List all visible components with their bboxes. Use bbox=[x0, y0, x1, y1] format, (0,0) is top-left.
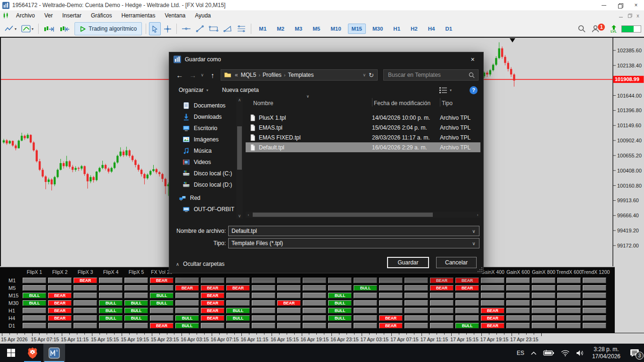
sidebar-item-imagenes[interactable]: Imágenes bbox=[172, 134, 236, 145]
menu-graficos[interactable]: Gráficos bbox=[86, 10, 117, 21]
view-mode-button[interactable]: ▾ bbox=[439, 85, 452, 95]
sidebar-item-out-of-orbit[interactable]: OUT-OF-ORBIT bbox=[172, 204, 236, 215]
breadcrumb-profiles[interactable]: Profiles bbox=[263, 72, 281, 78]
account-button[interactable]: 1 bbox=[589, 22, 602, 35]
hidden-icons-button[interactable] bbox=[531, 351, 537, 355]
resize-grip[interactable] bbox=[477, 266, 482, 272]
scroll-down-icon[interactable]: ∨ bbox=[236, 213, 243, 219]
channel-tool-button[interactable] bbox=[207, 22, 220, 35]
file-row-plusx-1-tpl[interactable]: PlusX 1.tpl14/04/2026 10:00 p. m.Archivo… bbox=[246, 113, 480, 123]
cursor-tool-button[interactable] bbox=[149, 22, 161, 35]
indicators-button[interactable]: ▾ bbox=[19, 22, 35, 35]
organize-button[interactable]: Organizar ▾ bbox=[179, 85, 208, 95]
chart-type-button[interactable]: ▾ bbox=[2, 22, 18, 35]
lvl-button[interactable]: LVL bbox=[611, 25, 617, 33]
fibo-tool-button[interactable] bbox=[235, 22, 248, 35]
scroll-left-icon[interactable]: ‹ bbox=[246, 212, 251, 218]
scrollbar-thumb[interactable] bbox=[253, 213, 433, 217]
sidebar-scrollbar[interactable]: ∧ ∨ bbox=[236, 97, 243, 219]
wifi-button[interactable] bbox=[561, 350, 570, 356]
refresh-button[interactable]: ↻ bbox=[369, 72, 377, 79]
recent-locations-button[interactable]: ∨ bbox=[198, 69, 206, 81]
menu-ayuda[interactable]: Ayuda bbox=[190, 10, 215, 21]
sidebar-item-videos[interactable]: Videos bbox=[172, 156, 236, 168]
column-header-nombre[interactable]: Nombre bbox=[253, 100, 273, 107]
timeframe-h1[interactable]: H1 bbox=[389, 24, 404, 34]
action-center-button[interactable]: 3 bbox=[628, 348, 641, 358]
child-close-button[interactable]: x bbox=[634, 13, 642, 18]
taskbar-clock[interactable]: 3:28 p. m. 17/04/2026 bbox=[592, 346, 620, 360]
timeframe-h2[interactable]: H2 bbox=[407, 24, 421, 34]
timeframe-d1[interactable]: D1 bbox=[441, 24, 456, 34]
scrollbar-thumb[interactable] bbox=[237, 126, 242, 170]
volume-button[interactable] bbox=[576, 350, 584, 356]
address-dropdown-button[interactable]: ∨ bbox=[360, 73, 369, 77]
timeframe-h4[interactable]: H4 bbox=[424, 24, 439, 34]
hline-tool-button[interactable] bbox=[180, 22, 193, 35]
timeframe-m15[interactable]: M15 bbox=[348, 24, 366, 34]
language-indicator[interactable]: ES bbox=[517, 350, 524, 356]
menu-herramientas[interactable]: Herramientas bbox=[116, 10, 160, 21]
scroll-up-icon[interactable]: ∧ bbox=[236, 97, 243, 103]
filetype-combo[interactable]: Template Files (*.tpl) ∨ bbox=[228, 238, 479, 248]
menu-archivo[interactable]: Archivo bbox=[11, 10, 40, 21]
breadcrumb-mql5[interactable]: MQL5 bbox=[241, 72, 256, 78]
file-row-emas-fixed-tpl[interactable]: EMAS FIXED.tpl28/03/2026 11:17 a. m.Arch… bbox=[246, 132, 480, 142]
chart-shift-end-button[interactable] bbox=[41, 22, 57, 35]
new-folder-button[interactable]: Nueva carpeta bbox=[222, 85, 259, 95]
menu-ver[interactable]: Ver bbox=[40, 10, 58, 21]
sidebar-item-documentos[interactable]: Documentos bbox=[172, 100, 236, 111]
minimize-button[interactable] bbox=[596, 0, 612, 10]
sidebar-item-red[interactable]: Red bbox=[172, 192, 236, 204]
taskbar-brave-button[interactable] bbox=[22, 344, 43, 362]
back-button[interactable]: ← bbox=[174, 69, 185, 81]
file-row-default-tpl[interactable]: Default.tpl16/04/2026 2:29 a. m.Archivo … bbox=[246, 142, 480, 152]
trendline-tool-button[interactable] bbox=[194, 22, 206, 35]
algo-trading-button[interactable]: Trading algorítmico bbox=[74, 22, 142, 35]
cancel-button[interactable]: Cancelar bbox=[436, 257, 477, 268]
timeframe-m5[interactable]: M5 bbox=[309, 24, 324, 34]
battery-button[interactable] bbox=[543, 350, 554, 356]
sidebar-item-disco-local-d[interactable]: Disco local (D:) bbox=[172, 179, 236, 190]
up-button[interactable]: ↑ bbox=[207, 69, 218, 81]
sidebar-item-escritorio[interactable]: Escritorio bbox=[172, 123, 236, 134]
sidebar-item-downloads[interactable]: Downloads bbox=[172, 111, 236, 123]
column-header-tipo[interactable]: Tipo bbox=[442, 100, 453, 107]
column-divider[interactable] bbox=[440, 98, 440, 107]
time-axis[interactable]: 15 Apr 202615 Apr 07:1515 Apr 11:1515 Ap… bbox=[0, 333, 644, 344]
taskbar-mt5-button[interactable]: 5 bbox=[43, 344, 65, 362]
timeframe-m30[interactable]: M30 bbox=[369, 24, 387, 34]
column-header-fecha-de-modificacion[interactable]: Fecha de modificación bbox=[374, 100, 430, 107]
crosshair-tool-button[interactable] bbox=[162, 22, 173, 35]
menu-insertar[interactable]: Insertar bbox=[58, 10, 86, 21]
timeframe-m3[interactable]: M3 bbox=[291, 24, 306, 34]
sidebar-item-musica[interactable]: Música bbox=[172, 145, 236, 156]
help-button[interactable]: ? bbox=[470, 85, 478, 95]
triangle-tool-button[interactable] bbox=[221, 22, 234, 35]
timeframe-m1[interactable]: M1 bbox=[255, 24, 270, 34]
save-button[interactable]: Guardar bbox=[387, 257, 429, 268]
timeframe-m10[interactable]: M10 bbox=[327, 24, 345, 34]
dialog-close-button[interactable]: × bbox=[462, 52, 483, 66]
search-button[interactable] bbox=[576, 22, 588, 35]
file-row-emas-tpl[interactable]: EMAS.tpl15/04/2026 2:04 p. m.Archivo TPL bbox=[246, 123, 480, 132]
chart-shift-back-button[interactable] bbox=[58, 22, 73, 35]
sidebar-item-disco-local-c[interactable]: Disco local (C:) bbox=[172, 168, 236, 179]
breadcrumb-templates[interactable]: Templates bbox=[288, 72, 314, 78]
child-minimize-button[interactable] bbox=[617, 13, 625, 18]
restore-button[interactable] bbox=[612, 0, 628, 10]
filename-combo[interactable]: Default.tpl ∨ bbox=[228, 226, 479, 236]
start-button[interactable] bbox=[0, 344, 22, 362]
hide-folders-button[interactable]: ∧ Ocultar carpetas bbox=[176, 261, 224, 267]
forward-button[interactable]: → bbox=[187, 69, 198, 81]
child-restore-button[interactable] bbox=[625, 13, 634, 18]
search-input[interactable] bbox=[387, 71, 464, 79]
address-bar[interactable]: « MQL5›Profiles›Templates ∨ ↻ bbox=[221, 69, 378, 81]
close-button[interactable]: × bbox=[628, 0, 644, 10]
list-scrollbar[interactable]: ‹ › bbox=[246, 212, 480, 218]
menu-ventana[interactable]: Ventana bbox=[160, 10, 190, 21]
column-divider[interactable] bbox=[372, 98, 372, 107]
timeframe-m2[interactable]: M2 bbox=[273, 24, 288, 34]
search-box[interactable] bbox=[383, 69, 479, 81]
scroll-right-icon[interactable]: › bbox=[475, 212, 480, 218]
